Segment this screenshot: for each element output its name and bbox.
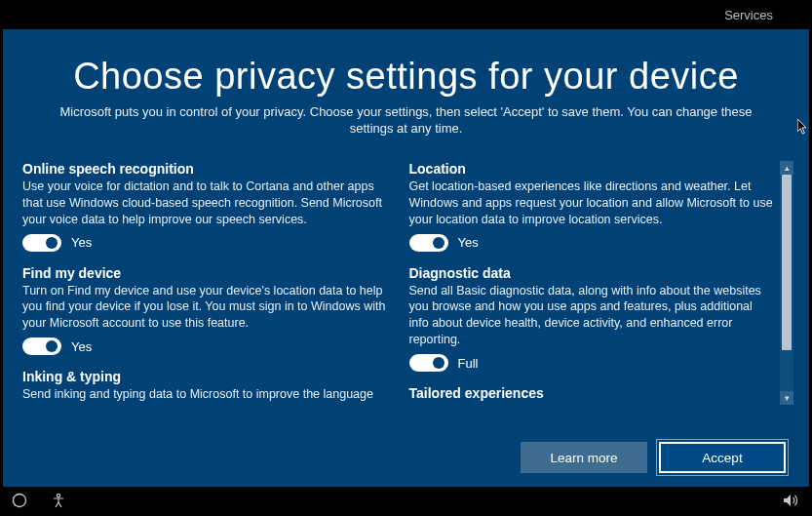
scroll-thumb[interactable]: [782, 175, 792, 350]
settings-columns: Online speech recognition Use your voice…: [22, 161, 774, 405]
toggle-label: Full: [458, 356, 479, 371]
setting-tailored: Tailored experiences Let Microsoft offer…: [409, 385, 775, 405]
scroll-up-button[interactable]: ▴: [780, 161, 793, 175]
settings-col-right: Location Get location-based experiences …: [409, 161, 775, 405]
scrollbar[interactable]: ▴ ▾: [780, 161, 793, 405]
toggle-find-device[interactable]: [22, 337, 61, 355]
titlebar-label: Services: [724, 8, 773, 22]
ease-of-access-icon[interactable]: [12, 493, 27, 511]
setting-desc: Get location-based experiences like dire…: [409, 179, 775, 228]
setting-title: Tailored experiences: [409, 385, 775, 401]
setting-title: Diagnostic data: [409, 265, 775, 281]
accept-button[interactable]: Accept: [659, 442, 786, 473]
titlebar: Services: [0, 0, 812, 29]
setting-desc: Send all Basic diagnostic data, along wi…: [409, 283, 775, 349]
oobe-page: Choose privacy settings for your device …: [3, 29, 809, 487]
setting-speech: Online speech recognition Use your voice…: [22, 161, 388, 252]
scroll-down-button[interactable]: ▾: [780, 391, 793, 405]
page-subtitle: Microsoft puts you in control of your pr…: [42, 103, 770, 138]
page-title: Choose privacy settings for your device: [3, 57, 809, 98]
toggle-label: Yes: [71, 235, 92, 250]
setting-title: Find my device: [22, 265, 388, 281]
taskbar: [0, 487, 812, 516]
settings-col-left: Online speech recognition Use your voice…: [22, 161, 388, 405]
setting-title: Inking & typing: [22, 369, 388, 384]
setting-location: Location Get location-based experiences …: [409, 161, 775, 252]
toggle-label: Yes: [458, 235, 479, 250]
toggle-label: Yes: [71, 339, 92, 354]
setting-inking: Inking & typing Send inking and typing d…: [22, 369, 388, 405]
setting-title: Location: [409, 161, 775, 177]
toggle-location[interactable]: [409, 234, 448, 252]
footer-buttons: Learn more Accept: [521, 442, 786, 473]
setting-desc: Turn on Find my device and use your devi…: [22, 283, 388, 333]
window: Services Choose privacy settings for you…: [0, 0, 812, 516]
svg-point-1: [57, 494, 59, 496]
toggle-diagnostic[interactable]: [409, 354, 448, 372]
settings-scroll-area: Online speech recognition Use your voice…: [22, 161, 793, 405]
setting-find-device: Find my device Turn on Find my device an…: [22, 265, 388, 356]
setting-desc: Use your voice for dictation and to talk…: [22, 179, 388, 228]
content-wrap: Choose privacy settings for your device …: [0, 29, 812, 516]
setting-desc: Let Microsoft offer you tailored experie…: [409, 403, 775, 405]
setting-title: Online speech recognition: [22, 161, 388, 177]
learn-more-button[interactable]: Learn more: [521, 442, 647, 473]
accessibility-icon[interactable]: [51, 493, 66, 511]
volume-icon[interactable]: [783, 493, 800, 511]
setting-diagnostic: Diagnostic data Send all Basic diagnosti…: [409, 265, 775, 373]
setting-desc: Send inking and typing data to Microsoft…: [22, 386, 388, 405]
toggle-speech[interactable]: [22, 234, 61, 252]
